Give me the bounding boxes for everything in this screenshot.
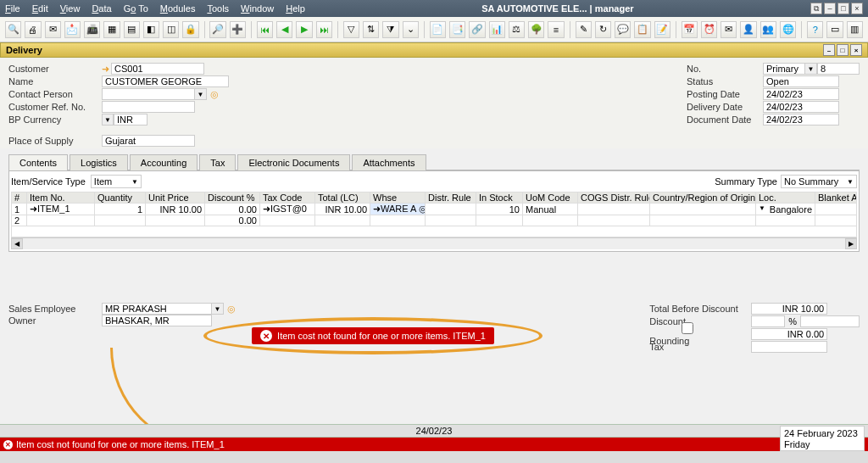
- col-num[interactable]: #: [12, 192, 27, 204]
- col-cogs[interactable]: COGS Distr. Rule: [578, 192, 650, 204]
- pdf-icon[interactable]: ◧: [143, 21, 159, 38]
- cell-whse[interactable]: ➜WARE A ◎: [370, 204, 426, 215]
- print-icon[interactable]: 🖨: [25, 21, 41, 38]
- sms-icon[interactable]: 📩: [64, 21, 81, 38]
- cell-total[interactable]: INR 10.00: [315, 204, 370, 215]
- disc-pct-input[interactable]: [751, 315, 785, 327]
- link-arrow-icon[interactable]: ➜: [373, 204, 381, 214]
- layout-icon[interactable]: ◫: [163, 21, 179, 38]
- find-icon[interactable]: 🔎: [209, 21, 225, 38]
- cell-price[interactable]: [146, 215, 205, 226]
- cell-blanket[interactable]: [815, 204, 857, 215]
- tab-contents[interactable]: Contents: [8, 154, 68, 170]
- cell-item[interactable]: ➜ITEM_1: [27, 204, 95, 215]
- approval-icon[interactable]: 💬: [615, 21, 631, 38]
- tools-icon[interactable]: ▥: [847, 21, 863, 38]
- cell-qty[interactable]: 1: [95, 204, 146, 215]
- delivery-input[interactable]: [763, 101, 839, 113]
- cell-uom[interactable]: [523, 215, 578, 226]
- col-uom[interactable]: UoM Code: [523, 192, 578, 204]
- filter-icon[interactable]: ▽: [343, 21, 359, 38]
- duplicate-icon[interactable]: 📑: [449, 21, 465, 38]
- messages-icon[interactable]: ✉: [721, 21, 737, 38]
- clear-filter-icon[interactable]: ⌄: [403, 21, 419, 38]
- col-distr[interactable]: Distr. Rule: [426, 192, 476, 204]
- bp-icon[interactable]: 👥: [760, 21, 776, 38]
- col-loc[interactable]: Loc.: [756, 192, 815, 204]
- bpcur-input[interactable]: [114, 114, 147, 126]
- doc-minimize-icon[interactable]: –: [823, 44, 835, 56]
- cell-whse[interactable]: [370, 215, 426, 226]
- col-tax[interactable]: Tax Code: [260, 192, 315, 204]
- sort-icon[interactable]: ⇅: [363, 21, 379, 38]
- col-disc[interactable]: Discount %: [205, 192, 260, 204]
- calendar-icon[interactable]: 📅: [682, 21, 698, 38]
- posting-input[interactable]: [763, 88, 839, 100]
- activity-icon[interactable]: 📝: [654, 21, 670, 38]
- customer-name-input[interactable]: [102, 75, 229, 87]
- tab-logistics[interactable]: Logistics: [70, 154, 128, 170]
- scroll-right-icon[interactable]: ▶: [845, 238, 857, 249]
- add-icon[interactable]: ➕: [230, 21, 246, 38]
- document-input[interactable]: [763, 114, 839, 126]
- bpcur-dropdown-icon[interactable]: ▼: [102, 114, 114, 126]
- cell-loc[interactable]: ▼Bangalore: [756, 204, 815, 215]
- summary-type-dropdown[interactable]: No Summary▼: [781, 175, 857, 188]
- menu-modules[interactable]: Modules: [160, 3, 196, 14]
- series-input[interactable]: [763, 63, 805, 75]
- doc-maximize-icon[interactable]: □: [837, 44, 849, 56]
- contact-dropdown-icon[interactable]: ▼: [195, 88, 207, 100]
- restore-icon[interactable]: ⧉: [810, 3, 822, 14]
- menu-view[interactable]: View: [60, 3, 81, 14]
- items-grid[interactable]: # Item No. Quantity Unit Price Discount …: [11, 192, 857, 237]
- owner-input[interactable]: [102, 315, 212, 326]
- menu-file[interactable]: File: [5, 3, 20, 14]
- customer-code-input[interactable]: [111, 63, 204, 75]
- sales-dropdown-icon[interactable]: ▼: [212, 303, 224, 315]
- draft-icon[interactable]: 📋: [634, 21, 650, 38]
- col-qty[interactable]: Quantity: [95, 192, 146, 204]
- help-icon[interactable]: ?: [807, 21, 823, 38]
- lock-icon[interactable]: 🔒: [182, 21, 198, 38]
- cell-qty[interactable]: [95, 215, 146, 226]
- prev-icon[interactable]: ◀: [276, 21, 292, 38]
- col-total[interactable]: Total (LC): [315, 192, 370, 204]
- graph-icon[interactable]: 📊: [489, 21, 505, 38]
- cell-cogs[interactable]: [578, 215, 650, 226]
- col-stock[interactable]: In Stock: [476, 192, 523, 204]
- menu-help[interactable]: Help: [286, 3, 305, 14]
- sales-input[interactable]: [102, 303, 212, 315]
- col-blanket[interactable]: Blanket Agreem...: [815, 192, 857, 204]
- cell-total[interactable]: [315, 215, 370, 226]
- grid-row[interactable]: 2 0.00: [12, 215, 857, 226]
- alert-icon[interactable]: ⏰: [701, 21, 717, 38]
- cell-disc[interactable]: 0.00: [205, 204, 260, 215]
- cell-disc[interactable]: 0.00: [205, 215, 260, 226]
- balance-icon[interactable]: ⚖: [509, 21, 525, 38]
- col-price[interactable]: Unit Price: [146, 192, 205, 204]
- tree-icon[interactable]: 🌳: [528, 21, 544, 38]
- web-icon[interactable]: 🌐: [780, 21, 796, 38]
- menu-data[interactable]: Data: [92, 3, 111, 14]
- contact-link-icon[interactable]: ◎: [210, 89, 219, 100]
- funnel-icon[interactable]: ⧩: [382, 21, 398, 38]
- menu-tools[interactable]: Tools: [207, 3, 229, 14]
- minimize-icon[interactable]: –: [824, 3, 836, 14]
- email-icon[interactable]: ✉: [45, 21, 61, 38]
- link-arrow-icon[interactable]: ➜: [102, 64, 109, 75]
- doc-close-icon[interactable]: ×: [850, 44, 862, 56]
- pos-input[interactable]: [102, 135, 195, 147]
- close-icon[interactable]: ×: [851, 3, 863, 14]
- scroll-left-icon[interactable]: ◀: [11, 238, 23, 249]
- menu-window[interactable]: Window: [241, 3, 274, 14]
- relation-icon[interactable]: 🔗: [469, 21, 485, 38]
- cell-cogs[interactable]: [578, 204, 650, 215]
- user-icon[interactable]: 👤: [740, 21, 756, 38]
- grid-row[interactable]: 1 ➜ITEM_1 1 INR 10.00 0.00 ➜IGST@0 INR 1…: [12, 204, 857, 215]
- cell-distr[interactable]: [426, 215, 476, 226]
- col-country[interactable]: Country/Region of Origin: [650, 192, 756, 204]
- cell-loc[interactable]: [756, 215, 815, 226]
- form-icon[interactable]: ✎: [576, 21, 592, 38]
- context-icon[interactable]: ▭: [826, 21, 843, 38]
- cell-distr[interactable]: [426, 204, 476, 215]
